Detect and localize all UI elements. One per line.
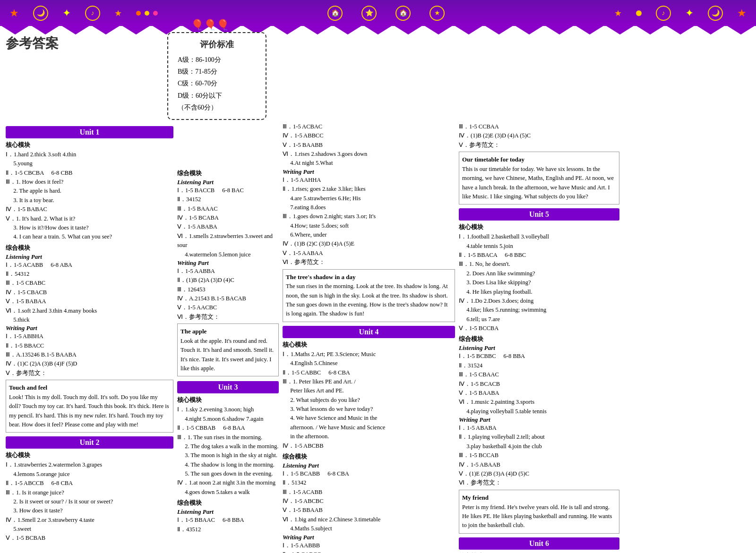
u2-c8: 5.sweet xyxy=(6,525,173,534)
u3-c9: Ⅳ．1.at noon 2.at night 3.in the morning xyxy=(177,478,279,487)
banner-star-1: ★ xyxy=(9,7,19,19)
unit3-writing-title: Writing Part xyxy=(283,168,455,176)
i2-w6: Ⅵ．参考范文： xyxy=(177,313,279,322)
u2-c6: 3. How does it taste? xyxy=(6,506,173,515)
banner-left-icons: ★ 🌙 ✦ ♪ ★ xyxy=(9,6,158,21)
u3-w10: Ⅵ．参考范文： xyxy=(283,258,455,267)
u2-c7: Ⅳ．1.Smell 2.or 3.strawberry 4.taste xyxy=(6,516,173,525)
u4-w1: Ⅰ．1-5 AABBB xyxy=(283,541,455,550)
u2-c3: Ⅱ．1-5 ABCCB 6-8 CBA xyxy=(6,479,173,488)
unit1-core-content: Ⅰ．1.hard 2.thick 3.soft 4.thin 5.young Ⅱ… xyxy=(6,150,173,242)
unit4-writing-title: Writing Part xyxy=(283,534,455,541)
unit3-right-content: Ⅲ．1-5 ACBAC Ⅳ．1-5 ABBCC Ⅴ．1-5 BAABB Ⅵ．1.… xyxy=(283,122,455,168)
u2-c9: Ⅴ．1-5 BCBAB xyxy=(6,534,173,543)
banner-center-icons: 🏠 ⭐ 🏠 ★ xyxy=(327,6,445,21)
i2-w4: Ⅳ．A.21543 B.1-5 BACAB xyxy=(177,294,279,303)
unit1-core-line-8: Ⅴ．1. It's hard. 2. What is it? xyxy=(6,214,173,223)
u5-l6: Ⅵ．1.music 2.painting 3.sports xyxy=(459,398,619,407)
banner-right-icons: ★ ♪ ✦ 🌙 ★ xyxy=(614,6,747,21)
u5-w4: Ⅲ．1-5 BCCAB xyxy=(459,451,619,460)
columns-wrapper: Unit 1 核心模块 Ⅰ．1.hard 2.thick 3.soft 4.th… xyxy=(0,120,756,553)
u5-l2: Ⅱ．31524 xyxy=(459,361,619,370)
u2-c4: Ⅲ．1. Is it orange juice? xyxy=(6,488,173,497)
unit4-header: Unit 4 xyxy=(283,326,455,338)
integrated2-writing-title: Writing Part xyxy=(177,259,279,267)
u3-w4: 7.eating 8.does xyxy=(283,203,455,212)
u4-l2: Ⅱ．51342 xyxy=(283,478,455,487)
u5-w5: Ⅳ．1-5 ABAAB xyxy=(459,460,619,469)
u4-r1: Ⅲ．1-5 CCBAA xyxy=(459,122,619,131)
unit5-listening-title: Listening Part xyxy=(459,344,619,352)
u3-w2: Ⅱ．1.rises; goes 2.take 3.like; likes xyxy=(283,185,455,194)
banner-icon-music: ♪ xyxy=(85,6,100,21)
u1-w4: Ⅳ．(1)C (2)A (3)B (4)F (5)D xyxy=(6,359,173,368)
unit5-writing: Ⅰ．1-5 ABABA Ⅱ．1.playing volleyball 2.tel… xyxy=(459,424,619,488)
rating-note: （不含60分） xyxy=(178,102,256,113)
rating-b: B级：71-85分 xyxy=(178,66,256,77)
u3-w7: 6.Where, under xyxy=(283,230,455,239)
u5-l4: Ⅳ．1-5 BCACB xyxy=(459,380,619,389)
u1-l2: Ⅱ．54312 xyxy=(6,270,173,279)
unit1-core-line-5: 2. The apple is hard. xyxy=(6,187,173,196)
u4-l1: Ⅰ．1-5 BCABB 6-8 CBA xyxy=(283,469,455,478)
u4-l7: 4.Maths 5.subject xyxy=(283,524,455,533)
u5-c8: Ⅳ．1.Do 2.Does 3.does; doing xyxy=(459,297,619,306)
u4-essay-text: This is our timetable for today. We have… xyxy=(462,165,616,202)
banner-star-5: ✦ xyxy=(685,7,694,19)
u1-w2: Ⅱ．1-5 BBACC xyxy=(6,341,173,350)
unit1-core-title: 核心模块 xyxy=(6,141,173,149)
u5-c4: Ⅲ．1. No, he doesn't. xyxy=(459,260,619,269)
u4-l6: Ⅵ．1.big and nice 2.Chinese 3.timetable xyxy=(283,515,455,524)
unit3-integrated-title: 综合模块 xyxy=(177,499,279,507)
u3-c4: Ⅲ．1. The sun rises in the morning. xyxy=(177,433,279,442)
unit3-listening: Ⅰ．1-5 BBAAC 6-8 BBA Ⅱ．43512 xyxy=(177,516,279,534)
u1-l7: 5.thick xyxy=(6,315,173,324)
u4-w2: Ⅱ．1-5 CABCC xyxy=(283,550,455,553)
u5-w6: Ⅴ．(1)E (2)B (3)A (4)D (5)C xyxy=(459,469,619,478)
unit5-core: Ⅰ．1.football 2.basketball 3.volleyball 4… xyxy=(459,232,619,333)
u4-r2: Ⅳ．(1)B (2)E (3)D (4)A (5)C xyxy=(459,131,619,140)
u3-w6: 4.How; taste 5.does; soft xyxy=(283,221,455,230)
banner-icon-right1: ♪ xyxy=(656,6,671,21)
u5-w3: 3.play basketball 4.join the club xyxy=(459,442,619,451)
u3-c10: 4.goes down 5.takes a walk xyxy=(177,488,279,497)
u4-c10: in the afternoon. xyxy=(283,432,455,441)
rating-c: C级：60-70分 xyxy=(178,77,256,89)
u3-w5: Ⅲ．1.goes down 2.night; stars 3.or; It's xyxy=(283,212,455,221)
unit1-listening-title: Listening Part xyxy=(6,253,173,261)
u3-c1: Ⅰ．1.sky 2.evening 3.noon; high xyxy=(177,405,279,414)
u2-c2: 4.lemons 5.orange juice xyxy=(6,470,173,479)
integrated2-title: 综合模块 xyxy=(177,169,279,178)
u4-c4: Ⅲ．1. Peter likes PE and Art. / xyxy=(283,377,455,386)
unit4-essay: Our timetable for today This is our time… xyxy=(459,152,619,204)
page-title: 参考答案 xyxy=(6,34,59,52)
u5-c2: 4.table tennis 5.join xyxy=(459,242,619,251)
u5-w1: Ⅰ．1-5 ABABA xyxy=(459,424,619,433)
u4-c1: Ⅰ．1.Maths 2.Art; PE 3.Science; Music xyxy=(283,350,455,359)
banner-icon-moon: 🌙 xyxy=(33,6,48,21)
unit5-writing-title: Writing Part xyxy=(459,416,619,424)
u1-w1: Ⅰ．1-5 ABBHA xyxy=(6,332,173,341)
u4-l5: Ⅴ．1-5 BBAAB xyxy=(283,506,455,515)
i2-l1: Ⅰ．1-5 BACCB 6-8 BAC xyxy=(177,186,279,195)
unit4-writing: Ⅰ．1-5 AABBB Ⅱ．1-5 CABCC xyxy=(283,541,455,553)
unit1-core-line-10: 4. I can hear a train. 5. What can you s… xyxy=(6,232,173,241)
banner-icon-home1: 🏠 xyxy=(327,6,343,21)
u3-c8: 5. The sun goes down in the evening. xyxy=(177,469,279,478)
unit1-core-line-1: Ⅰ．1.hard 2.thick 3.soft 4.thin xyxy=(6,150,173,159)
u3-l2: Ⅱ．43512 xyxy=(177,525,279,534)
i2-l5: Ⅴ．1-5 ABABA xyxy=(177,222,279,231)
i2-l4: Ⅳ．1-5 BCABA xyxy=(177,213,279,222)
u3-essay-text: The sun rises in the morning. Look at th… xyxy=(286,282,452,319)
u3-r4: Ⅵ．1.rises 2.shadows 3.goes down xyxy=(283,150,455,159)
banner-star-4: ★ xyxy=(614,8,622,18)
unit4-core-title: 核心模块 xyxy=(283,340,455,349)
unit4-listening-title: Listening Part xyxy=(283,462,455,469)
col-unit4-unit5-unit6: Ⅲ．1-5 CCBAA Ⅳ．(1)B (2)E (3)D (4)A (5)C Ⅴ… xyxy=(459,122,619,553)
u3-r2: Ⅳ．1-5 ABBCC xyxy=(283,131,455,140)
unit2-core-content: Ⅰ．1.strawberries 2.watermelon 3.grapes 4… xyxy=(6,460,173,543)
unit1-writing-content: Ⅰ．1-5 ABBHA Ⅱ．1-5 BBACC Ⅲ．A.135246 B.1-5… xyxy=(6,332,173,378)
unit1-core-line-4: Ⅲ．1. How does it feel? xyxy=(6,178,173,187)
unit6-header: Unit 6 xyxy=(459,537,619,550)
u3-r1: Ⅲ．1-5 ACBAC xyxy=(283,122,455,131)
